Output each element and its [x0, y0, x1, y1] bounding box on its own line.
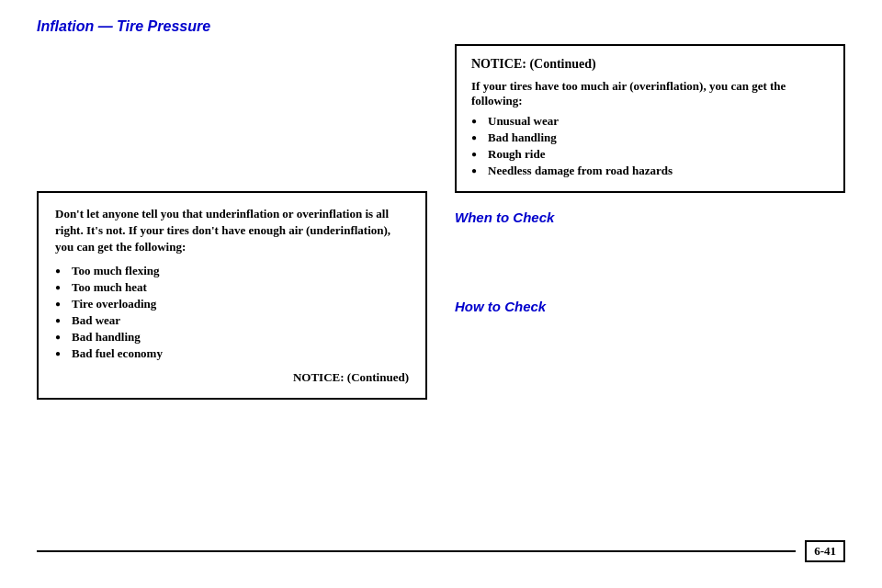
list-item: Bad wear: [55, 313, 409, 328]
when-to-check-heading: When to Check: [455, 209, 845, 225]
list-item: Bad handling: [55, 330, 409, 345]
page-container: Inflation — Tire Pressure Don't let anyo…: [0, 0, 882, 588]
how-to-check-heading: How to Check: [455, 299, 845, 314]
list-item: Needless damage from road hazards: [471, 164, 829, 178]
list-item: Too much heat: [55, 280, 409, 295]
left-column: Don't let anyone tell you that underinfl…: [37, 44, 427, 400]
underinflation-list: Too much flexing Too much heat Tire over…: [55, 264, 409, 361]
overinflation-notice-box: NOTICE: (Continued) If your tires have t…: [455, 44, 845, 193]
overinflation-notice-body: If your tires have too much air (overinf…: [471, 79, 829, 178]
content-area: Don't let anyone tell you that underinfl…: [37, 44, 845, 400]
underinflation-intro: Don't let anyone tell you that underinfl…: [55, 206, 409, 256]
notice-continued-label: NOTICE: (Continued): [55, 370, 409, 385]
list-item: Rough ride: [471, 147, 829, 162]
overinflation-intro: If your tires have too much air (overinf…: [471, 79, 829, 108]
bottom-bar: 6-41: [37, 540, 845, 562]
overinflation-list: Unusual wear Bad handling Rough ride Nee…: [471, 114, 829, 178]
underinflation-notice-box: Don't let anyone tell you that underinfl…: [37, 191, 427, 400]
page-title: Inflation — Tire Pressure: [37, 18, 845, 35]
page-number: 6-41: [805, 540, 845, 562]
list-item: Unusual wear: [471, 114, 829, 129]
list-item: Too much flexing: [55, 264, 409, 278]
overinflation-notice-title: NOTICE: (Continued): [471, 57, 829, 72]
list-item: Bad fuel economy: [55, 346, 409, 361]
list-item: Bad handling: [471, 130, 829, 145]
bottom-line: [37, 550, 796, 552]
list-item: Tire overloading: [55, 297, 409, 311]
right-column: NOTICE: (Continued) If your tires have t…: [455, 44, 845, 400]
